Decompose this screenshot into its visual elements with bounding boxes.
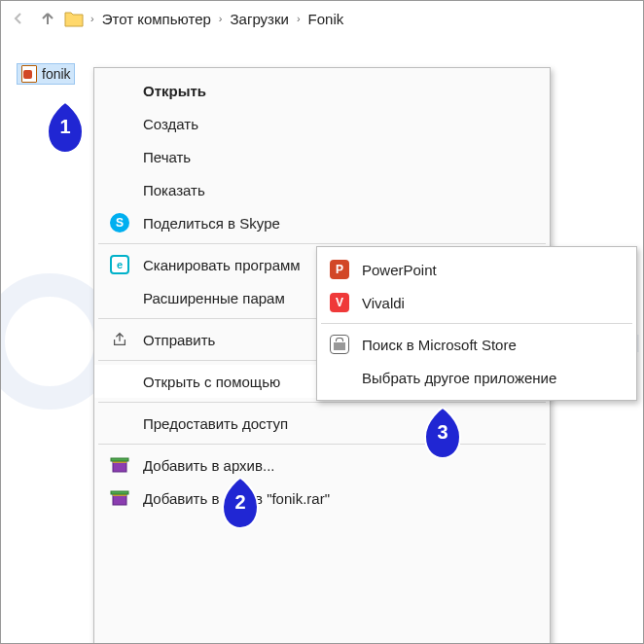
folder-icon — [63, 8, 85, 29]
nav-back-button[interactable] — [5, 5, 32, 32]
submenu-choose-another[interactable]: Выбрать другое приложение — [317, 361, 636, 394]
menu-show[interactable]: Показать — [94, 173, 550, 206]
file-name: fonik — [42, 66, 71, 82]
breadcrumb: › Этот компьютер › Загрузки › Fonik — [87, 9, 347, 29]
menu-separator — [321, 323, 632, 324]
menu-grant-access[interactable]: Предоставить доступ — [94, 407, 550, 440]
eset-icon: e — [110, 255, 129, 274]
breadcrumb-item-downloads[interactable]: Загрузки — [227, 9, 293, 29]
vivaldi-icon: V — [330, 293, 349, 312]
breadcrumb-item-fonik[interactable]: Fonik — [304, 9, 348, 29]
menu-label: Выбрать другое приложение — [362, 370, 619, 386]
menu-separator — [98, 444, 546, 445]
menu-create[interactable]: Создать — [94, 107, 550, 140]
winrar-icon — [108, 486, 131, 510]
menu-add-archive-named[interactable]: Добавить в архив "fonik.rar" — [94, 482, 550, 515]
menu-label: Показать — [143, 182, 532, 198]
submenu-vivaldi[interactable]: V Vivaldi — [317, 286, 636, 319]
menu-open[interactable]: Открыть — [94, 74, 550, 107]
menu-label: Vivaldi — [362, 295, 619, 311]
menu-label: Открыть — [143, 83, 532, 99]
nav-up-button[interactable] — [34, 5, 61, 32]
menu-label: Добавить в архив "fonik.rar" — [143, 490, 532, 507]
file-item[interactable]: fonik — [17, 63, 75, 85]
breadcrumb-item-computer[interactable]: Этот компьютер — [98, 9, 215, 29]
powerpoint-file-icon — [20, 65, 38, 83]
menu-share-skype[interactable]: S Поделиться в Skype — [94, 206, 550, 239]
menu-label: Добавить в архив... — [143, 457, 532, 474]
menu-print[interactable]: Печать — [94, 140, 550, 173]
menu-label: Поиск в Microsoft Store — [362, 337, 619, 353]
menu-label: Печать — [143, 149, 532, 165]
menu-label: Поделиться в Skype — [143, 215, 532, 232]
submenu-powerpoint[interactable]: P PowerPoint — [317, 253, 636, 286]
menu-separator — [98, 243, 546, 244]
open-with-submenu: P PowerPoint V Vivaldi Поиск в Microsoft… — [316, 246, 637, 401]
menu-label: PowerPoint — [362, 262, 619, 278]
share-icon — [108, 328, 131, 351]
chevron-right-icon: › — [90, 13, 94, 24]
chevron-right-icon: › — [219, 13, 223, 24]
callout-number: 1 — [44, 116, 87, 138]
microsoft-store-icon — [330, 335, 349, 354]
chevron-right-icon: › — [297, 13, 301, 24]
menu-add-archive[interactable]: Добавить в архив... — [94, 448, 550, 482]
menu-label: Предоставить доступ — [143, 415, 532, 432]
submenu-store[interactable]: Поиск в Microsoft Store — [317, 328, 636, 361]
menu-separator — [98, 402, 546, 403]
skype-icon: S — [110, 213, 129, 233]
menu-label: Создать — [143, 116, 532, 132]
svg-rect-5 — [111, 491, 128, 494]
winrar-icon — [108, 453, 131, 477]
explorer-toolbar: › Этот компьютер › Загрузки › Fonik — [1, 1, 643, 36]
powerpoint-icon: P — [330, 260, 349, 279]
svg-rect-2 — [111, 458, 128, 461]
